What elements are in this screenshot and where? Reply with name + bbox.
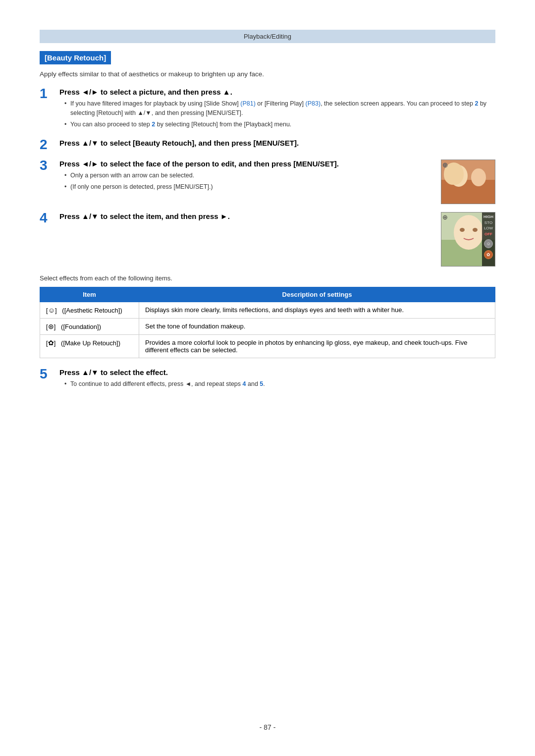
table-row: [⊛] ([Foundation]) Set the tone of found… — [40, 319, 495, 335]
step-3-bullets: Only a person with an arrow can be selec… — [59, 171, 431, 192]
step-ref-4: 4 — [243, 380, 246, 387]
step-2: 2 Press ▲/▼ to select [Beauty Retouch], … — [40, 139, 495, 152]
table-cell-item-2: [⊛] ([Foundation]) — [40, 319, 139, 335]
svg-text:⊕: ⊕ — [442, 214, 448, 221]
icon-foundation: ⊛ — [48, 323, 54, 330]
step-3-number: 3 — [40, 159, 59, 172]
step-3-content: Press ◄/► to select the face of the pers… — [59, 160, 495, 204]
svg-point-7 — [454, 215, 483, 250]
category-label: Playback/Editing — [244, 33, 291, 40]
sidebar-off: OFF — [484, 232, 492, 237]
step-4-photo: ⊕ HIGH STO LOW OFF ☺ ✿ — [441, 212, 495, 267]
step-1-bullet-2: You can also proceed to step 2 by select… — [64, 120, 495, 129]
sidebar-circle-icon: ☺ — [484, 239, 493, 248]
step-4-title: Press ▲/▼ to select the item, and then p… — [59, 212, 431, 220]
table-cell-desc-1: Displays skin more clearly, limits refle… — [139, 302, 495, 319]
step-3-photo: ⊕ — [441, 160, 495, 204]
sidebar-high: HIGH — [483, 215, 493, 219]
step-5-title: Press ▲/▼ to select the effect. — [59, 368, 495, 377]
step-4-sidebar: HIGH STO LOW OFF ☺ ✿ — [482, 213, 495, 266]
svg-point-8 — [460, 228, 465, 232]
step-2-title: Press ▲/▼ to select [Beauty Retouch], an… — [59, 139, 495, 147]
svg-rect-1 — [441, 180, 495, 204]
svg-point-3 — [471, 168, 486, 186]
step-ref-2a: 2 — [475, 100, 478, 107]
step-5-bullet-1: To continue to add different effects, pr… — [64, 379, 495, 389]
p81-link: (P81) — [240, 100, 256, 107]
step-2-number: 2 — [40, 138, 59, 152]
section-title: [Beauty Retouch] — [45, 54, 106, 62]
section-header: [Beauty Retouch] — [40, 51, 111, 64]
steps-container: 1 Press ◄/► to select a picture, and the… — [40, 88, 495, 391]
step-1-number: 1 — [40, 87, 59, 101]
table-row: [✿] ([Make Up Retouch]) Provides a more … — [40, 335, 495, 358]
table-header-row: Item Description of settings — [40, 287, 495, 302]
sidebar-active-icon: ✿ — [484, 250, 493, 259]
step-4-row: Press ▲/▼ to select the item, and then p… — [59, 212, 495, 267]
step-2-content: Press ▲/▼ to select [Beauty Retouch], an… — [59, 139, 495, 150]
step-1: 1 Press ◄/► to select a picture, and the… — [40, 88, 495, 131]
step-5-number: 5 — [40, 367, 59, 381]
table-cell-desc-3: Provides a more colorful look to people … — [139, 335, 495, 358]
icon-makeup: ✿ — [48, 339, 54, 347]
step-3-title: Press ◄/► to select the face of the pers… — [59, 160, 431, 168]
table-cell-desc-2: Set the tone of foundation makeup. — [139, 319, 495, 335]
step-1-bullet-1: If you have filtered images for playback… — [64, 99, 495, 118]
category-bar: Playback/Editing — [40, 30, 495, 43]
step-ref-2b: 2 — [152, 121, 155, 128]
step-3-text: Press ◄/► to select the face of the pers… — [59, 160, 431, 194]
step-3-row: Press ◄/► to select the face of the pers… — [59, 160, 495, 204]
svg-point-2 — [450, 165, 468, 187]
step-1-bullets: If you have filtered images for playback… — [59, 99, 495, 129]
step-3-bullet-2: (If only one person is detected, press [… — [64, 182, 431, 192]
step-5: 5 Press ▲/▼ to select the effect. To con… — [40, 368, 495, 391]
table-cell-item-3: [✿] ([Make Up Retouch]) — [40, 335, 139, 358]
sidebar-low: LOW — [484, 226, 493, 231]
table-col-item: Item — [40, 287, 139, 302]
select-effects-text: Select effects from each of the followin… — [40, 274, 495, 282]
svg-text:⊕: ⊕ — [442, 161, 448, 168]
table-col-desc: Description of settings — [139, 287, 495, 302]
svg-point-9 — [473, 228, 478, 232]
page: Playback/Editing [Beauty Retouch] Apply … — [0, 0, 535, 756]
settings-table: Item Description of settings [☺] ([Aesth… — [40, 287, 495, 358]
step-1-title: Press ◄/► to select a picture, and then … — [59, 88, 495, 96]
step-1-content: Press ◄/► to select a picture, and then … — [59, 88, 495, 131]
step-ref-5: 5 — [260, 380, 263, 387]
p83-link: (P83) — [306, 100, 321, 107]
table-cell-item-1: [☺] ([Aesthetic Retouch]) — [40, 302, 139, 319]
step-3-bullet-1: Only a person with an arrow can be selec… — [64, 171, 431, 180]
page-number: - 87 - — [0, 723, 535, 731]
step-3-photo-svg: ⊕ — [441, 160, 495, 204]
step-4: 4 Press ▲/▼ to select the item, and then… — [40, 212, 495, 267]
intro-text: Apply effects similar to that of aesthet… — [40, 70, 495, 78]
icon-aesthetic: ☺ — [48, 306, 55, 314]
sidebar-sto: STO — [484, 220, 492, 225]
step-3: 3 Press ◄/► to select the face of the pe… — [40, 160, 495, 204]
step-5-content: Press ▲/▼ to select the effect. To conti… — [59, 368, 495, 391]
table-row: [☺] ([Aesthetic Retouch]) Displays skin … — [40, 302, 495, 319]
step-4-content: Press ▲/▼ to select the item, and then p… — [59, 212, 495, 267]
step-4-number: 4 — [40, 211, 59, 225]
step-5-bullets: To continue to add different effects, pr… — [59, 379, 495, 389]
